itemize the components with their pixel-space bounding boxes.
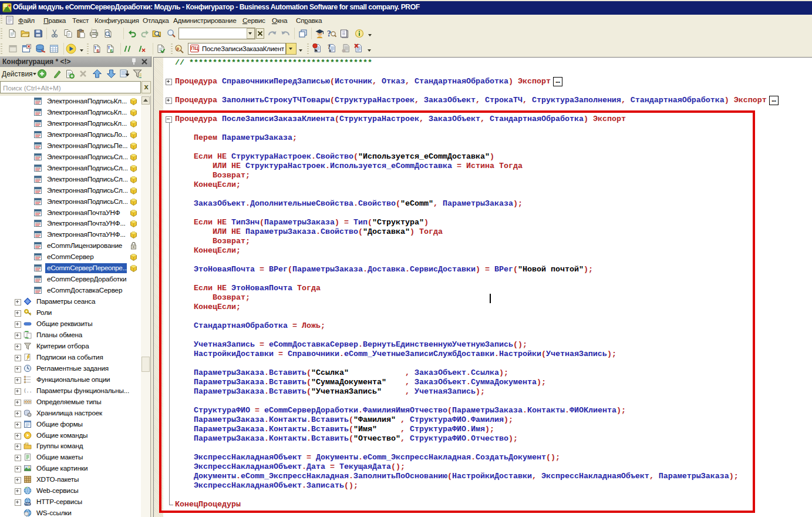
svg-text:p: p xyxy=(177,46,179,51)
svg-text:?: ? xyxy=(328,43,331,50)
svg-text:?: ? xyxy=(327,29,331,38)
svg-text:Б: Б xyxy=(97,49,100,53)
svg-text:(...): (...) xyxy=(23,388,32,394)
svg-text:http: http xyxy=(25,503,31,506)
svg-text:Б: Б xyxy=(110,49,113,53)
